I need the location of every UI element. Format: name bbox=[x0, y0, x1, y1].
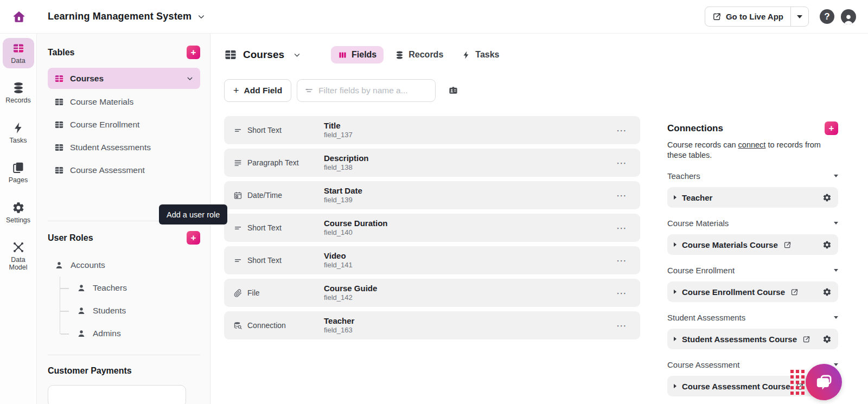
field-row-course-duration[interactable]: Short Text Course Duration field_140 ⋯ bbox=[224, 214, 640, 242]
collapse-icon[interactable] bbox=[834, 316, 838, 319]
field-info: Course Duration field_140 bbox=[324, 219, 616, 237]
field-row-description[interactable]: Paragraph Text Description field_138 ⋯ bbox=[224, 149, 640, 177]
table-item-course-assessment[interactable]: Course Assessment bbox=[48, 159, 200, 182]
field-key: field_139 bbox=[324, 196, 616, 204]
go-to-live-app-button[interactable]: Go to Live App bbox=[705, 7, 791, 26]
field-row-video[interactable]: Short Text Video field_141 ⋯ bbox=[224, 246, 640, 274]
field-row-course-guide[interactable]: File Course Guide field_142 ⋯ bbox=[224, 279, 640, 307]
tables-header: Tables + bbox=[48, 46, 200, 59]
connection-row-label: Course Assessment Course bbox=[682, 382, 790, 391]
chat-bubble-icon bbox=[815, 373, 833, 392]
collapse-icon[interactable] bbox=[834, 175, 838, 177]
collapse-icon[interactable] bbox=[834, 222, 838, 225]
help-button[interactable]: ? bbox=[820, 9, 834, 24]
gear-icon[interactable] bbox=[822, 335, 832, 344]
table-item-label: Course Enrollment bbox=[70, 120, 139, 130]
row-menu-button[interactable]: ⋯ bbox=[616, 320, 627, 331]
field-row-start-date[interactable]: Date/Time Start Date field_139 ⋯ bbox=[224, 181, 640, 209]
field-info: Video field_141 bbox=[324, 251, 616, 270]
gear-icon[interactable] bbox=[822, 287, 832, 297]
add-field-label: Add Field bbox=[244, 86, 283, 95]
expand-icon bbox=[674, 242, 676, 247]
connection-row-course-materials-course[interactable]: Course Materials Course bbox=[667, 234, 838, 255]
account-avatar[interactable] bbox=[841, 9, 856, 24]
table-item-student-assessments[interactable]: Student Assessments bbox=[48, 136, 200, 159]
field-row-teacher[interactable]: Connection Teacher field_163 ⋯ bbox=[224, 311, 640, 339]
add-table-button[interactable]: + bbox=[187, 46, 200, 59]
role-item-teachers[interactable]: Teachers bbox=[60, 277, 200, 299]
role-item-label: Admins bbox=[93, 329, 121, 338]
app-body: Data Records Tasks Pages Settings Data M… bbox=[0, 34, 868, 404]
field-keys-toggle[interactable] bbox=[448, 86, 458, 95]
tables-title: Tables bbox=[48, 48, 75, 57]
role-item-admins[interactable]: Admins bbox=[60, 322, 200, 345]
add-user-role-button[interactable]: + bbox=[187, 231, 200, 245]
table-item-label: Course Assessment bbox=[70, 165, 145, 175]
row-menu-button[interactable]: ⋯ bbox=[616, 125, 627, 136]
table-item-course-enrollment[interactable]: Course Enrollment bbox=[48, 113, 200, 136]
drag-dots-icon bbox=[790, 370, 805, 395]
add-connection-button[interactable]: + bbox=[825, 121, 838, 135]
nav-item-records[interactable]: Records bbox=[3, 78, 34, 108]
connection-group-label: Student Assessments bbox=[667, 313, 745, 322]
customer-payments-control[interactable] bbox=[48, 385, 186, 404]
gear-icon[interactable] bbox=[822, 193, 832, 202]
user-avatar-icon bbox=[843, 14, 854, 24]
role-item-accounts[interactable]: Accounts bbox=[54, 254, 200, 277]
add-field-button[interactable]: + Add Field bbox=[224, 79, 291, 102]
connection-row-student-assessments-course[interactable]: Student Assessments Course bbox=[667, 329, 838, 349]
top-bar: Learning Management System Go to Live Ap… bbox=[0, 0, 868, 34]
connection-group-label: Course Materials bbox=[667, 219, 729, 228]
connection-row-course-enrollment-course[interactable]: Course Enrollment Course bbox=[667, 281, 838, 302]
pages-icon bbox=[12, 161, 25, 174]
collapse-icon[interactable] bbox=[834, 269, 838, 272]
collapse-icon[interactable] bbox=[834, 363, 838, 366]
date-time-icon bbox=[233, 191, 242, 200]
field-row-title[interactable]: Short Text Title field_137 ⋯ bbox=[224, 116, 640, 144]
table-icon bbox=[12, 42, 25, 55]
app-window: Learning Management System Go to Live Ap… bbox=[0, 0, 868, 404]
tab-tasks[interactable]: Tasks bbox=[455, 46, 506, 63]
app-switcher[interactable]: Learning Management System bbox=[48, 11, 206, 22]
nav-label: Data bbox=[11, 57, 25, 65]
role-item-label: Teachers bbox=[93, 283, 127, 293]
connection-group-label: Teachers bbox=[667, 171, 700, 181]
nav-item-settings[interactable]: Settings bbox=[3, 197, 34, 228]
row-menu-button[interactable]: ⋯ bbox=[616, 288, 627, 298]
gear-icon[interactable] bbox=[822, 240, 832, 249]
external-link-icon[interactable] bbox=[783, 241, 792, 249]
home-button[interactable] bbox=[11, 9, 27, 25]
role-item-students[interactable]: Students bbox=[60, 299, 200, 322]
nav-item-data[interactable]: Data bbox=[3, 38, 34, 68]
row-menu-button[interactable]: ⋯ bbox=[616, 223, 627, 233]
role-children: Teachers Students Admins bbox=[60, 277, 200, 345]
filter-fields-input[interactable] bbox=[318, 86, 428, 95]
field-name: Start Date bbox=[324, 186, 616, 195]
table-item-courses[interactable]: Courses bbox=[48, 68, 200, 89]
tab-records[interactable]: Records bbox=[388, 46, 450, 63]
external-link-icon[interactable] bbox=[790, 288, 799, 296]
go-to-live-app-dropdown[interactable] bbox=[791, 7, 808, 26]
field-key: field_142 bbox=[324, 294, 616, 302]
external-link-icon[interactable] bbox=[802, 335, 810, 343]
connection-row-label: Course Enrollment Course bbox=[682, 287, 785, 297]
connection-row-teacher[interactable]: Teacher bbox=[667, 187, 838, 208]
row-menu-button[interactable]: ⋯ bbox=[616, 158, 627, 168]
row-menu-button[interactable]: ⋯ bbox=[616, 255, 627, 266]
go-to-live-app-split-button: Go to Live App bbox=[705, 7, 809, 27]
nav-item-data-model[interactable]: Data Model bbox=[3, 237, 34, 275]
user-roles-header: User Roles + bbox=[48, 231, 200, 245]
tab-fields[interactable]: Fields bbox=[331, 46, 384, 63]
nav-item-tasks[interactable]: Tasks bbox=[3, 118, 34, 148]
chat-launcher-button[interactable] bbox=[806, 364, 842, 400]
filter-icon bbox=[304, 86, 314, 95]
table-title-dropdown[interactable]: Courses bbox=[224, 48, 301, 61]
main-content: Courses Fields Records Tasks bbox=[210, 34, 667, 404]
connect-link[interactable]: connect bbox=[738, 140, 766, 149]
connection-group-teachers: Teachers bbox=[667, 171, 838, 181]
table-item-course-materials[interactable]: Course Materials bbox=[48, 91, 200, 113]
row-menu-button[interactable]: ⋯ bbox=[616, 190, 627, 201]
columns-icon bbox=[338, 50, 347, 60]
go-to-live-app-label: Go to Live App bbox=[726, 12, 783, 21]
nav-item-pages[interactable]: Pages bbox=[3, 157, 34, 188]
